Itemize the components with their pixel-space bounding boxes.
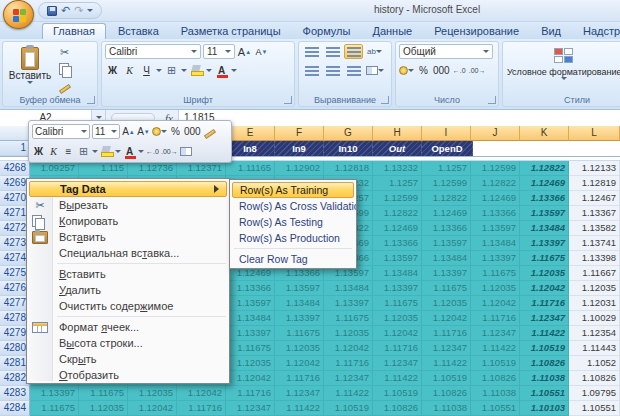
cell[interactable]: 1.13582 bbox=[569, 221, 620, 236]
cell[interactable]: 1.12035 bbox=[324, 326, 373, 341]
cell[interactable]: 1.11422 bbox=[471, 341, 520, 356]
cell[interactable]: 1.10519 bbox=[471, 356, 520, 371]
align-left-button[interactable] bbox=[302, 63, 321, 78]
cell[interactable]: 1.11716 bbox=[520, 296, 569, 311]
percent-button[interactable]: % bbox=[416, 63, 431, 78]
cell[interactable]: 1.13398 bbox=[569, 251, 620, 266]
number-format-combo[interactable]: Общий bbox=[399, 44, 493, 59]
cell[interactable]: 1.13397 bbox=[226, 326, 275, 341]
ribbon-tab-insert[interactable]: Вставка bbox=[108, 24, 169, 39]
mini-center-button[interactable]: ≡ bbox=[62, 144, 75, 159]
submenu-item-production[interactable]: Row(s) As Production bbox=[230, 230, 356, 246]
cell[interactable]: 1.10826 bbox=[520, 356, 569, 371]
mini-font-name-combo[interactable]: Calibri bbox=[32, 124, 90, 139]
context-menu-item-hide[interactable]: Скрыть bbox=[27, 351, 229, 367]
conditional-formatting-button[interactable]: Условное форматирование bbox=[507, 44, 620, 80]
mini-accounting-button[interactable] bbox=[152, 124, 167, 139]
underline-button[interactable]: Ч bbox=[139, 63, 154, 78]
cell[interactable]: 1.12133 bbox=[569, 161, 620, 176]
cell[interactable]: 1.13397 bbox=[275, 311, 324, 326]
mini-comma-button[interactable]: 000 bbox=[184, 124, 201, 139]
column-header-K[interactable]: K bbox=[520, 126, 569, 141]
cell[interactable]: 1.13597 bbox=[422, 236, 471, 251]
align-top-button[interactable] bbox=[302, 44, 321, 59]
cell[interactable]: 1.13484 bbox=[275, 296, 324, 311]
cell[interactable]: 1.12599 bbox=[422, 176, 471, 191]
cell[interactable]: 1.12035 bbox=[520, 266, 569, 281]
cell[interactable]: 1.12042 bbox=[471, 296, 520, 311]
paste-dropdown-icon[interactable] bbox=[27, 81, 33, 84]
cell[interactable]: 1.11716 bbox=[275, 371, 324, 386]
cell[interactable]: 1.1257 bbox=[373, 176, 422, 191]
cell[interactable]: 1.13484 bbox=[520, 221, 569, 236]
mini-shrink-font-button[interactable]: А▼ bbox=[137, 124, 150, 139]
align-bottom-button[interactable] bbox=[344, 44, 363, 59]
cell[interactable]: 1.10551 bbox=[520, 386, 569, 401]
increase-decimal-button[interactable]: ←.0 bbox=[452, 63, 467, 78]
cell[interactable]: 1.12354 bbox=[569, 326, 620, 341]
merge-center-button[interactable] bbox=[365, 63, 384, 78]
cell[interactable]: 1.11675 bbox=[79, 386, 128, 401]
column-header-J[interactable]: J bbox=[471, 126, 520, 141]
cell[interactable]: 1.10029 bbox=[569, 311, 620, 326]
mini-decrease-decimal-button[interactable]: .00→ bbox=[161, 144, 178, 159]
cell[interactable]: 1.12347 bbox=[275, 386, 324, 401]
cell[interactable]: 1.11422 bbox=[520, 326, 569, 341]
redo-icon[interactable]: ↷ bbox=[74, 5, 83, 16]
column-header-H[interactable]: H bbox=[373, 126, 422, 141]
cell[interactable]: 1.12035 bbox=[471, 281, 520, 296]
alignment-dialog-launcher-icon[interactable] bbox=[381, 96, 389, 104]
context-menu-item-insert[interactable]: Вставить bbox=[27, 266, 229, 282]
accounting-format-button[interactable] bbox=[399, 63, 414, 78]
ribbon-tab-add-ins[interactable]: Надстройки bbox=[573, 24, 620, 39]
cell[interactable]: 1.12042 bbox=[226, 371, 275, 386]
mini-borders-dropdown-icon[interactable] bbox=[92, 150, 98, 153]
submenu-item-cross-validation[interactable]: Row(s) As Cross Validation bbox=[230, 198, 356, 214]
cell[interactable]: 1.13366 bbox=[520, 191, 569, 206]
mini-grow-font-button[interactable]: А▲ bbox=[122, 124, 135, 139]
cell[interactable]: 1.11675 bbox=[520, 251, 569, 266]
cell[interactable]: 1.12035 bbox=[569, 281, 620, 296]
cell[interactable]: 1.13232 bbox=[373, 161, 422, 176]
font-dialog-launcher-icon[interactable] bbox=[284, 96, 292, 104]
cell[interactable]: 1.11716 bbox=[373, 341, 422, 356]
ribbon-tab-home[interactable]: Главная bbox=[42, 23, 106, 39]
cell[interactable]: 1.10826 bbox=[373, 401, 422, 416]
row-header[interactable]: 4283 bbox=[0, 386, 30, 401]
cell[interactable]: 1.11716 bbox=[177, 401, 226, 416]
ribbon-tab-data[interactable]: Данные bbox=[362, 24, 422, 39]
row-header-1[interactable]: 1 bbox=[0, 141, 30, 156]
cell[interactable]: 1.11675 bbox=[373, 296, 422, 311]
cell[interactable]: 1.12822 bbox=[373, 206, 422, 221]
mini-font-color-button[interactable]: А bbox=[123, 144, 136, 159]
undo-icon[interactable]: ↶ bbox=[61, 5, 70, 16]
cell[interactable]: 1.12042 bbox=[373, 326, 422, 341]
cell[interactable]: 1.10519 bbox=[373, 386, 422, 401]
context-menu-item-format-cells[interactable]: Формат ячеек... bbox=[27, 319, 229, 335]
font-color-button[interactable]: А bbox=[214, 63, 229, 78]
cell[interactable]: 1.10551 bbox=[471, 401, 520, 416]
context-menu-item-copy[interactable]: Копировать bbox=[27, 213, 229, 229]
cell[interactable]: 1.12347 bbox=[226, 401, 275, 416]
select-all-corner[interactable] bbox=[0, 126, 30, 141]
borders-dropdown-icon[interactable] bbox=[181, 69, 187, 72]
submenu-item-clear-tag[interactable]: Clear Row Tag bbox=[230, 251, 356, 267]
cell[interactable]: 1.12469 bbox=[520, 176, 569, 191]
cell[interactable]: 1.12822 bbox=[471, 176, 520, 191]
cell[interactable]: 1.13484 bbox=[226, 311, 275, 326]
cell[interactable]: 1.13397 bbox=[30, 386, 79, 401]
underline-dropdown-icon[interactable] bbox=[156, 69, 162, 72]
grow-font-button[interactable]: А▲ bbox=[237, 44, 252, 59]
row-header[interactable]: 4268 bbox=[0, 161, 30, 176]
cell[interactable]: 1.13597 bbox=[520, 206, 569, 221]
cell[interactable]: 1.11675 bbox=[422, 281, 471, 296]
cell[interactable]: 1.12371 bbox=[177, 161, 226, 176]
qat-customize-icon[interactable] bbox=[87, 9, 93, 12]
cell[interactable]: 1.12347 bbox=[373, 356, 422, 371]
cell[interactable]: 1.12467 bbox=[569, 191, 620, 206]
mini-font-color-dropdown-icon[interactable] bbox=[138, 150, 144, 153]
cell[interactable]: 1.12822 bbox=[422, 191, 471, 206]
copy-button[interactable] bbox=[57, 62, 72, 77]
cell[interactable]: 1.13597 bbox=[373, 251, 422, 266]
cell[interactable]: 1.11038 bbox=[422, 401, 471, 416]
